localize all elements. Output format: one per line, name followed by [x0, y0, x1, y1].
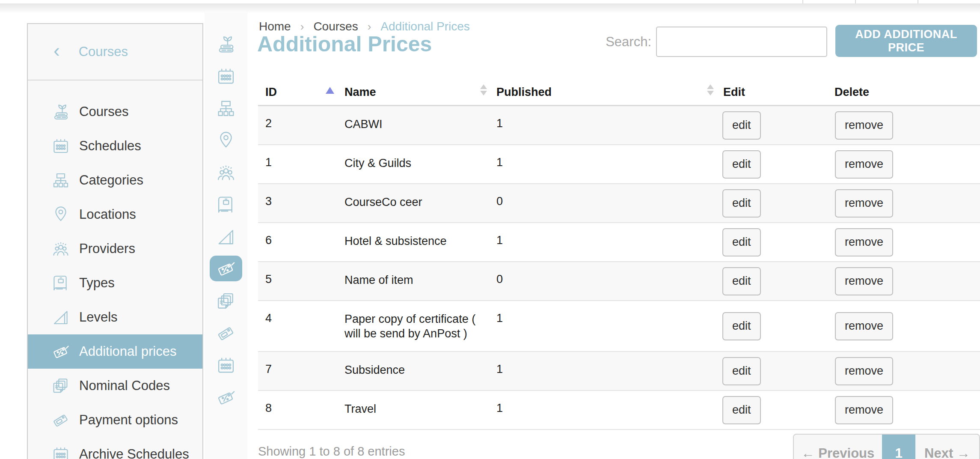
- sidebar-item-payment-options[interactable]: Payment options: [28, 403, 202, 437]
- table-row: 7Subsidence1editremove: [258, 352, 980, 391]
- entries-summary: Showing 1 to 8 of 8 entries: [258, 444, 405, 459]
- categories-icon: [50, 170, 71, 191]
- remove-button[interactable]: remove: [835, 396, 893, 424]
- add-additional-price-button[interactable]: ADD ADDITIONAL PRICE: [835, 25, 977, 57]
- cell-name: City & Guilds: [344, 156, 490, 170]
- edit-button[interactable]: edit: [722, 111, 761, 140]
- rail-item-levels[interactable]: [213, 224, 239, 250]
- cell-name: Travel: [344, 402, 490, 416]
- breadcrumb-home[interactable]: Home: [259, 20, 291, 33]
- sidebar-item-levels[interactable]: Levels: [28, 300, 202, 334]
- cell-name: CABWI: [344, 117, 490, 131]
- rail-item-types[interactable]: [213, 191, 239, 218]
- edit-button[interactable]: edit: [722, 357, 761, 385]
- archive-schedules-icon: [215, 354, 237, 376]
- sort-asc-icon[interactable]: [326, 87, 334, 94]
- sort-down-icon[interactable]: [480, 91, 487, 95]
- edit-button[interactable]: edit: [722, 150, 761, 179]
- levels-icon: [215, 226, 237, 248]
- table-row: 6Hotel & subsistence1editremove: [258, 223, 980, 262]
- cell-published: 1: [496, 363, 503, 376]
- sidebar-item-courses[interactable]: Courses: [28, 95, 202, 129]
- sidebar-menu: CoursesSchedulesCategoriesLocationsProvi…: [28, 95, 202, 459]
- search-input[interactable]: [656, 27, 827, 57]
- archive-schedules-icon-wrap: [50, 444, 71, 459]
- rail-item-schedules[interactable]: [213, 63, 239, 89]
- rail-item-payment-options[interactable]: [213, 320, 239, 346]
- table-row: 2CABWI1editremove: [258, 106, 980, 145]
- table-row: 3CourseCo ceer0editremove: [258, 184, 980, 223]
- cell-published: 1: [496, 156, 503, 169]
- pagination-page-1[interactable]: 1: [882, 435, 915, 459]
- payment-options-icon: [50, 410, 71, 430]
- sidebar-item-locations[interactable]: Locations: [28, 197, 202, 232]
- sidebar-item-label: Categories: [79, 173, 143, 188]
- table-header: IDNamePublishedEditDelete: [258, 77, 980, 106]
- cell-id: 7: [265, 363, 272, 376]
- remove-button[interactable]: remove: [835, 189, 893, 218]
- sidebar: ‹ Courses CoursesSchedulesCategoriesLoca…: [27, 23, 203, 459]
- additional-prices-icon: [50, 341, 71, 362]
- edit-button[interactable]: edit: [722, 189, 761, 218]
- sort-up-icon[interactable]: [480, 84, 487, 89]
- edit-button[interactable]: edit: [722, 396, 761, 424]
- sidebar-back-button[interactable]: ‹ Courses: [28, 24, 202, 80]
- sort-down-icon[interactable]: [707, 91, 714, 95]
- rail-item-archive-schedules[interactable]: [213, 352, 239, 379]
- rail-item-providers[interactable]: [213, 159, 239, 186]
- sidebar-item-categories[interactable]: Categories: [28, 163, 202, 197]
- remove-button[interactable]: remove: [835, 267, 893, 295]
- additional-prices-icon-wrap: [50, 341, 71, 362]
- table-body: 2CABWI1editremove1City & Guilds1editremo…: [258, 106, 980, 430]
- rail-item-additional-prices[interactable]: [210, 256, 242, 281]
- cell-id: 2: [265, 117, 272, 130]
- sort-up-icon[interactable]: [707, 84, 714, 89]
- pagination-next-button[interactable]: Next →: [915, 435, 979, 459]
- column-header-name[interactable]: Name: [344, 86, 376, 99]
- schedules-icon: [215, 65, 237, 87]
- sidebar-item-providers[interactable]: Providers: [28, 232, 202, 266]
- sidebar-item-additional-prices[interactable]: Additional prices: [28, 334, 202, 369]
- cell-name: Name of item: [344, 273, 490, 287]
- edit-button[interactable]: edit: [722, 312, 761, 340]
- edit-button[interactable]: edit: [722, 228, 761, 256]
- payment-options-icon: [215, 322, 237, 344]
- cell-published: 0: [496, 273, 503, 286]
- column-header-id[interactable]: ID: [265, 86, 277, 99]
- table-row: 4Paper copy of certificate ( will be sen…: [258, 301, 980, 352]
- cell-published: 1: [496, 117, 503, 130]
- sidebar-item-archive-schedules[interactable]: Archive Schedules: [28, 437, 202, 459]
- remove-button[interactable]: remove: [835, 111, 893, 140]
- pagination: ← Previous 1 Next →: [793, 434, 980, 459]
- sidebar-item-types[interactable]: Types: [28, 266, 202, 300]
- locations-icon: [215, 129, 237, 152]
- archive-additional-prices-icon: [215, 386, 237, 408]
- providers-icon-wrap: [50, 238, 71, 259]
- edit-button[interactable]: edit: [722, 267, 761, 295]
- table-row: 8Travel1editremove: [258, 391, 980, 430]
- categories-icon-wrap: [50, 170, 71, 191]
- types-icon-wrap: [50, 272, 71, 294]
- categories-icon: [215, 97, 237, 119]
- sidebar-item-label: Additional prices: [79, 344, 176, 359]
- breadcrumb-courses[interactable]: Courses: [313, 20, 358, 33]
- courses-icon: [215, 33, 237, 55]
- rail-item-categories[interactable]: [213, 95, 239, 122]
- remove-button[interactable]: remove: [835, 150, 893, 179]
- rail-item-courses[interactable]: [213, 31, 239, 57]
- remove-button[interactable]: remove: [835, 228, 893, 256]
- pagination-previous-button[interactable]: ← Previous: [794, 435, 882, 459]
- locations-icon-wrap: [50, 204, 71, 225]
- rail-item-nominal-codes[interactable]: [213, 288, 239, 314]
- rail-item-locations[interactable]: [213, 127, 239, 154]
- column-header-published[interactable]: Published: [496, 86, 552, 99]
- sidebar-item-label: Courses: [79, 104, 128, 119]
- remove-button[interactable]: remove: [835, 357, 893, 385]
- remove-button[interactable]: remove: [835, 312, 893, 340]
- additional-prices-icon: [215, 257, 237, 280]
- sidebar-item-nominal-codes[interactable]: Nominal Codes: [28, 369, 202, 403]
- sidebar-item-schedules[interactable]: Schedules: [28, 129, 202, 163]
- cell-published: 1: [496, 312, 503, 325]
- rail-item-archive-additional-prices[interactable]: [213, 384, 239, 411]
- toolbar-divider: [802, 0, 803, 3]
